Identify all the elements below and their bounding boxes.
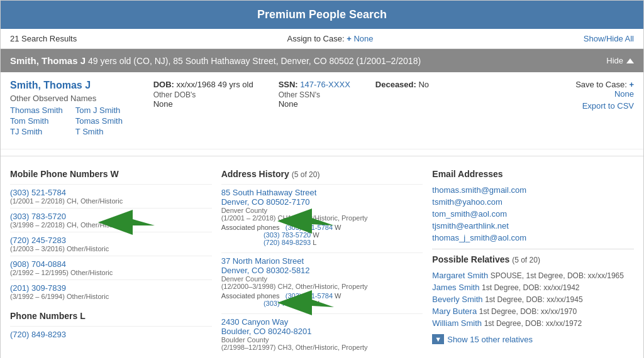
three-column-section: Mobile Phone Numbers W (303) 521-5784 (1… [1, 163, 643, 358]
address-history-column: Address History (5 of 20) 85 South Hatha… [221, 169, 423, 357]
show-more-link[interactable]: Show 15 other relatives [447, 335, 533, 344]
show-hide-all-button[interactable]: Show/Hide All [584, 34, 634, 43]
other-name-link[interactable]: Tom J Smith [75, 106, 128, 115]
save-plus-icon: + [629, 80, 634, 89]
phone-meta: (3/1992 – 6/1994) Other/Historic [10, 293, 212, 300]
other-names-grid: Thomas Smith Tom J Smith Tom Smith Tomas… [10, 106, 128, 136]
assoc-phone-link[interactable]: (303) 783-5720 [264, 300, 311, 307]
relative-entry: Margaret Smith SPOUSE, 1st Degree, DOB: … [432, 269, 634, 281]
person-name: Smith, Thomas J [10, 80, 128, 91]
mobile-phones-title: Mobile Phone Numbers W [10, 169, 212, 179]
dob-section: DOB: xx/xx/1968 49 yrs old Other DOB's N… [153, 80, 253, 109]
relative-link[interactable]: James Smith [432, 283, 479, 292]
relative-link[interactable]: Beverly Smith [432, 295, 482, 304]
address-county: Boulder County [221, 336, 423, 344]
phone-entry: (908) 704-0884 (2/1992 – 12/1995) Other/… [10, 256, 212, 279]
address-meta: (1/2001 – 2/2018) CH1, Other/Historic, P… [221, 214, 423, 222]
name-section: Smith, Thomas J Other Observed Names Tho… [10, 80, 128, 136]
email-link[interactable]: tjsmith@earthlink.net [432, 221, 509, 231]
email-link[interactable]: tom_smith@aol.com [432, 209, 507, 219]
relative-entry: William Smith 1st Degree, DOB: xx/xx/197… [432, 317, 634, 329]
phone-link[interactable]: (908) 704-0884 [10, 259, 212, 269]
ssn-link[interactable]: 147-76-XXXX [300, 80, 350, 89]
deceased-section: Deceased: No [375, 80, 429, 89]
email-link[interactable]: tsmith@yahoo.com [432, 197, 502, 207]
show-more-icon: ▼ [432, 334, 444, 344]
other-name-link[interactable]: T Smith [75, 127, 128, 136]
relative-entry: Beverly Smith 1st Degree, DOB: xx/xx/194… [432, 293, 634, 305]
assoc-phone-link[interactable]: (303) 521-5784 [286, 224, 333, 231]
other-name-link[interactable]: Tom Smith [10, 116, 63, 126]
email-link[interactable]: thomas_j_smith@aol.com [432, 233, 526, 242]
address-link[interactable]: 85 South Hathaway StreetDenver, CO 80502… [221, 188, 317, 207]
assoc-phones: Associated phones (303) 521-5784 W (303)… [221, 292, 423, 307]
relative-link[interactable]: Mary Butera [432, 306, 477, 316]
mobile-phones-column: Mobile Phone Numbers W (303) 521-5784 (1… [10, 169, 212, 357]
save-to-case: Save to Case: + None [575, 80, 634, 99]
assoc-phones: Associated phones (303) 521-5784 W (303)… [221, 224, 423, 246]
top-bar: 21 Search Results Assign to Case: + None… [1, 29, 643, 49]
phone-entry: (303) 783-5720 (3/1998 – 2/2018) CH, Oth… [10, 208, 212, 232]
address-link[interactable]: 37 North Marion StreetDenver, CO 80302-5… [221, 256, 310, 275]
results-count: 21 Search Results [10, 34, 77, 43]
relative-entry: Mary Butera 1st Degree, DOB: xx/xx/1970 [432, 305, 634, 317]
banner-text: Smith, Thomas J 49 yers old (CO, NJ), 85… [10, 55, 421, 66]
address-entry: 85 South Hathaway StreetDenver, CO 80502… [221, 184, 423, 249]
email-entry: thomas_j_smith@aol.com [432, 232, 634, 244]
relative-entry: James Smith 1st Degree, DOB: xx/xx/1942 [432, 281, 634, 293]
emails-relatives-column: Email Addresses thomas.smith@gmail.com t… [432, 169, 634, 357]
page-title: Premium People Search [257, 8, 387, 21]
page-header: Premium People Search [1, 1, 643, 29]
phone-l-link[interactable]: (720) 849-8293 [10, 330, 212, 339]
email-title: Email Addresses [432, 169, 634, 179]
address-entry: 2430 Canyon WayBoulder, CO 80240-8201 Bo… [221, 313, 423, 354]
relative-link[interactable]: Margaret Smith [432, 271, 488, 280]
phone-meta: (1/2001 – 2/2018) CH, Other/Historic [10, 197, 212, 205]
phone-link[interactable]: (303) 521-5784 [10, 188, 212, 197]
address-link[interactable]: 2430 Canyon WayBoulder, CO 80240-8201 [221, 317, 312, 336]
phone-link[interactable]: (201) 309-7839 [10, 283, 212, 293]
person-actions: Save to Case: + None Export to CSV [575, 80, 634, 113]
hide-button[interactable]: Hide [606, 56, 634, 65]
person-info-section: Smith, Thomas J Other Observed Names Tho… [1, 72, 643, 149]
save-case-link[interactable]: None [575, 89, 634, 99]
assoc-phone-link[interactable]: (720) 849-8293 [264, 239, 311, 246]
email-entry: tjsmith@earthlink.net [432, 220, 634, 232]
address-entry: 37 North Marion StreetDenver, CO 80302-5… [221, 252, 423, 310]
ssn-section: SSN: 147-76-XXXX Other SSN's None [279, 80, 350, 109]
address-history-title: Address History (5 of 20) [221, 169, 423, 179]
other-name-link[interactable]: Thomas Smith [10, 106, 63, 115]
person-details: Smith, Thomas J Other Observed Names Tho… [10, 80, 575, 136]
other-name-link[interactable]: TJ Smith [10, 127, 63, 136]
phone-meta: (1/2003 – 3/2016) Other/Historic [10, 245, 212, 252]
assign-plus-icon: + [347, 34, 352, 43]
show-more-relatives[interactable]: ▼ Show 15 other relatives [432, 334, 634, 344]
address-county: Denver County [221, 207, 423, 214]
phone-link[interactable]: (720) 245-7283 [10, 236, 212, 245]
relatives-title: Possible Relatives (5 of 20) [432, 254, 634, 264]
email-entry: thomas.smith@gmail.com [432, 184, 634, 196]
address-meta: (2/1998–12/1997) CH3, Other/Historic, Pr… [221, 344, 423, 351]
other-name-link[interactable]: Tomas Smith [75, 116, 128, 126]
result-banner: Smith, Thomas J 49 yers old (CO, NJ), 85… [1, 49, 643, 72]
address-county: Denver County [221, 275, 423, 283]
assign-case: Assign to Case: + None [287, 34, 374, 43]
assign-case-link[interactable]: None [353, 34, 373, 43]
assoc-phone-link[interactable]: (303) 783-5720 [264, 231, 311, 239]
phone-meta: (2/1992 – 12/1995) Other/Historic [10, 269, 212, 276]
export-csv-button[interactable]: Export to CSV [575, 101, 634, 111]
email-link[interactable]: thomas.smith@gmail.com [432, 185, 526, 195]
phone-entry: (201) 309-7839 (3/1992 – 6/1994) Other/H… [10, 279, 212, 303]
assoc-phone-link[interactable]: (303) 521-5784 [286, 292, 333, 300]
phone-l-section: Phone Numbers L (720) 849-8293 [10, 311, 212, 342]
phone-meta: (3/1998 – 2/2018) CH, Other/Historic [10, 221, 212, 229]
phone-link[interactable]: (303) 783-5720 [10, 212, 212, 221]
phone-l-title: Phone Numbers L [10, 311, 212, 321]
phone-entry: (303) 521-5784 (1/2001 – 2/2018) CH, Oth… [10, 184, 212, 208]
relative-link[interactable]: William Smith [432, 318, 482, 328]
person-header: Smith, Thomas J Other Observed Names Tho… [10, 80, 634, 136]
arrow-up-icon [626, 58, 634, 63]
phone-l-entry: (720) 849-8293 [10, 326, 212, 342]
email-entry: tom_smith@aol.com [432, 208, 634, 220]
email-entry: tsmith@yahoo.com [432, 196, 634, 208]
